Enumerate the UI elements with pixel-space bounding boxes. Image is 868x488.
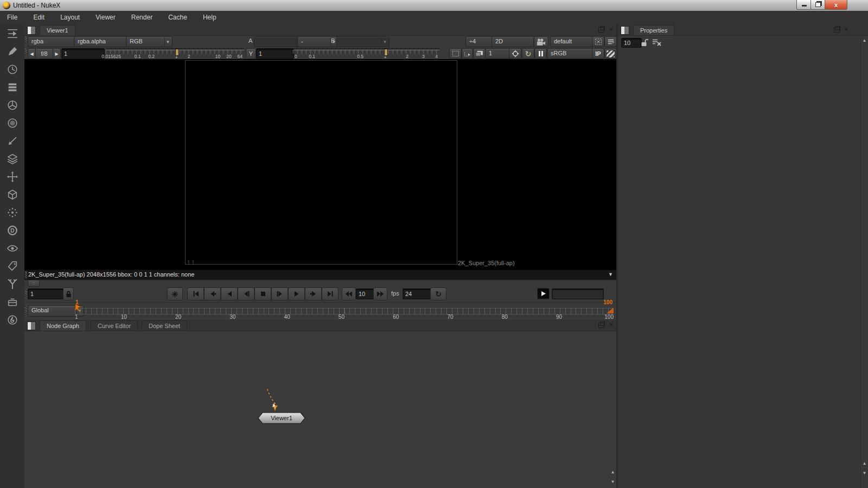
tab-properties[interactable]: Properties [633, 25, 674, 35]
gamma-toggle-button[interactable]: Y [246, 48, 256, 59]
gamma-slider-track[interactable] [293, 50, 439, 54]
update-region-button[interactable] [509, 48, 521, 59]
play-backward-button[interactable] [221, 287, 238, 300]
furnace-nodes-button[interactable] [0, 311, 24, 329]
tab-dope-sheet[interactable]: Dope Sheet [142, 320, 187, 331]
deep-nodes-button[interactable]: D [0, 221, 24, 239]
clear-all-panels-button[interactable] [652, 38, 662, 47]
a-input-dropdown[interactable]: ▼ [254, 36, 304, 47]
fullres-button[interactable] [473, 48, 486, 59]
fps-input[interactable]: 24 [403, 288, 432, 299]
gain-increment-button[interactable]: ▶ [53, 48, 61, 59]
node-graph-scroll-up[interactable]: ▲ [610, 470, 616, 475]
goto-start-button[interactable] [187, 287, 204, 300]
pause-button[interactable] [534, 48, 547, 59]
drag-grip[interactable] [25, 48, 27, 58]
title-bar[interactable]: Untitled - NukeX x [0, 0, 868, 11]
drag-grip[interactable] [25, 271, 27, 279]
channel-nodes-button[interactable] [0, 78, 24, 96]
playhead-marker[interactable] [74, 304, 82, 313]
panel-chooser-icon[interactable] [27, 26, 36, 35]
gamma-slider-handle[interactable] [384, 49, 388, 56]
other-nodes-button[interactable] [0, 293, 24, 311]
node-graph-float-button[interactable] [598, 323, 604, 328]
play-forward-button[interactable] [288, 287, 305, 300]
max-panels-input[interactable]: 10 [621, 38, 642, 48]
properties-scroll-down[interactable]: ▼ [861, 471, 868, 476]
gamma-input[interactable]: 1 [256, 48, 294, 59]
viewer-settings-button[interactable] [604, 36, 617, 47]
timeline-ruler[interactable]: 1 10 20 30 40 50 60 70 80 90 100 1 100 [75, 303, 614, 320]
viewer-float-button[interactable] [598, 27, 604, 33]
node-input-arrow[interactable] [263, 388, 287, 415]
realtime-playback-button[interactable] [167, 287, 183, 300]
input-process-button[interactable]: IP [592, 48, 604, 59]
3d-nodes-button[interactable] [0, 185, 24, 203]
close-button[interactable]: x [825, 0, 847, 10]
display-channels-dropdown[interactable]: RGB▼ [126, 36, 173, 47]
menu-cache[interactable]: Cache [161, 11, 194, 24]
tab-curve-editor[interactable]: Curve Editor [91, 320, 138, 331]
color-nodes-button[interactable] [0, 96, 24, 114]
properties-scroll-up-bottom[interactable]: ▲ [861, 461, 868, 466]
particles-nodes-button[interactable] [0, 203, 24, 221]
panel-chooser-icon[interactable] [27, 322, 36, 330]
lock-panels-button[interactable] [641, 38, 648, 48]
tab-viewer1[interactable]: Viewer1 [40, 25, 75, 35]
step-forward-button[interactable] [271, 287, 288, 300]
menu-help[interactable]: Help [196, 11, 224, 24]
frame-format-button[interactable] [592, 36, 604, 47]
node-graph-canvas[interactable]: Viewer1 ▲ ▼ [24, 331, 616, 488]
background-pattern-button[interactable] [604, 48, 617, 59]
proxy-toggle-button[interactable] [462, 48, 473, 59]
minimize-button[interactable] [796, 0, 812, 10]
arrow-up-icon[interactable]: ▲ [861, 38, 868, 43]
drag-grip[interactable] [25, 306, 27, 317]
drag-grip[interactable] [25, 289, 27, 300]
flipbook-button[interactable] [537, 288, 550, 299]
restore-button[interactable] [810, 0, 826, 10]
refresh-button[interactable]: ↻ [522, 48, 534, 59]
time-nodes-button[interactable] [0, 60, 24, 78]
next-keyframe-button[interactable] [305, 287, 322, 300]
previous-keyframe-button[interactable] [204, 287, 221, 300]
properties-scrollbar[interactable]: ▲ ▲ ▼ [860, 36, 868, 488]
step-backward-button[interactable] [238, 287, 254, 300]
gain-fstop-button[interactable]: f/8 [35, 48, 53, 59]
frame-lock-button[interactable] [63, 287, 74, 300]
draw-nodes-button[interactable] [0, 42, 24, 60]
toolsets-nodes-button[interactable] [0, 275, 24, 293]
gain-slider-handle[interactable] [175, 49, 179, 56]
filter-nodes-button[interactable] [0, 114, 24, 132]
transform-nodes-button[interactable] [0, 168, 24, 185]
menu-layout[interactable]: Layout [53, 11, 87, 24]
loop-mode-button[interactable]: ↻ [430, 287, 446, 300]
viewer-canvas[interactable]: 1 1 2K_Super_35(full-ap) [24, 59, 616, 269]
node-graph-scroll-down[interactable]: ▼ [610, 479, 616, 485]
viewer-close-button[interactable]: ✕ [609, 27, 614, 32]
merge-nodes-button[interactable] [0, 150, 24, 168]
metadata-nodes-button[interactable] [0, 257, 24, 275]
node-graph-close-button[interactable]: ✕ [609, 322, 614, 328]
lock-camera-button[interactable] [534, 36, 548, 47]
views-nodes-button[interactable] [0, 239, 24, 257]
skip-backward-button[interactable] [342, 287, 356, 300]
panel-chooser-icon[interactable] [621, 26, 629, 35]
menu-viewer[interactable]: Viewer [88, 11, 122, 24]
tab-node-graph[interactable]: Node Graph [40, 320, 86, 331]
gain-input[interactable]: 1 [61, 48, 105, 59]
roi-button[interactable] [449, 48, 462, 59]
menu-edit[interactable]: Edit [26, 11, 52, 24]
properties-float-button[interactable] [834, 27, 840, 33]
skip-forward-button[interactable] [373, 287, 387, 300]
keyer-nodes-button[interactable] [0, 132, 24, 150]
current-frame-input[interactable]: 1 [28, 288, 67, 299]
image-nodes-button[interactable] [0, 24, 24, 42]
b-input-dropdown[interactable]: ▼ [336, 36, 390, 47]
drag-grip[interactable] [25, 36, 27, 46]
properties-close-button[interactable]: ✕ [844, 27, 848, 32]
menu-file[interactable]: File [0, 11, 24, 24]
info-dropdown-arrow[interactable]: ▼ [608, 272, 613, 277]
goto-end-button[interactable] [322, 287, 339, 300]
range-end-marker[interactable] [607, 307, 614, 313]
